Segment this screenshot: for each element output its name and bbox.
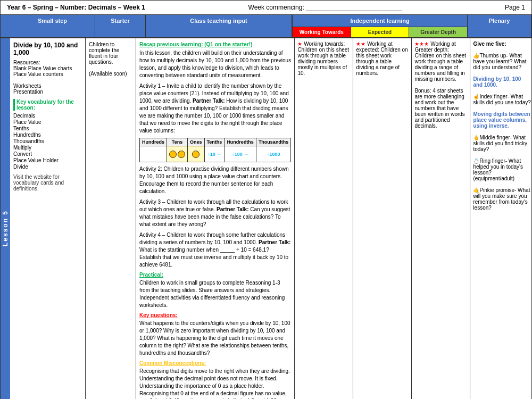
independent-sub-headers: Working Towards Expected Greater Depth (293, 27, 467, 37)
lesson-label-wrapper: Lesson 5 (1, 38, 10, 399)
activity4b-text: What is the starting number when _____ ÷… (139, 247, 288, 268)
resource-2: Place Value counters (13, 71, 63, 77)
small-step-title: Divide by 10, 100 and 1,000 (13, 41, 82, 56)
teaching-column: Recap previous learning: (Q1 on the star… (136, 38, 295, 399)
plenary-intro: Give me five: (473, 41, 506, 47)
vocab-item: Hundredths (13, 132, 82, 138)
arrow-10: ÷10 → (207, 152, 221, 157)
vocab-item: Divide (13, 164, 82, 170)
partner-talk-1: Partner Talk: (193, 98, 225, 104)
sub-header-expected: Expected (351, 27, 410, 37)
place-value-table: Hundreds Tens Ones Tenths Hundredths Tho… (139, 138, 291, 162)
expected-column: ★★ Working at expected: Children on this… (353, 38, 412, 399)
plenary-pinkie: 🤙Pinkie promise- What will you make sure… (473, 187, 530, 211)
page-title: Year 6 – Spring – Number: Decimals – Wee… (7, 4, 145, 11)
column-headers: Small step Starter Class teaching input … (1, 15, 531, 38)
activity4-text: Activity 4 – Children to work through so… (139, 231, 291, 269)
visit-note: Visit the website for vocabulary cards a… (13, 174, 82, 192)
activity1-text: Activity 1 – Invite a child to identify … (139, 82, 291, 135)
key-questions-header: Key questions: (139, 312, 291, 318)
starter-column: Children to complete the fluent in four … (86, 38, 136, 399)
practical-header: Practical: (139, 272, 291, 278)
resources-section: Resources: Blank Place Value charts Plac… (13, 60, 82, 95)
col-header-starter: Starter (95, 15, 146, 37)
page-wrapper: Year 6 – Spring – Number: Decimals – Wee… (0, 0, 532, 399)
plenary-middle: 🖕Middle finger- What skills did you find… (473, 135, 527, 152)
page-header: Year 6 – Spring – Number: Decimals – Wee… (1, 1, 531, 15)
main-content-row: Lesson 5 Divide by 10, 100 and 1,000 Res… (1, 38, 531, 399)
pv-col-ones: Ones (188, 138, 205, 146)
working-stars: ★ (297, 41, 302, 47)
misconceptions-text: Recognising that digits move to the righ… (139, 368, 291, 399)
pv-cell-hundreds (140, 146, 167, 162)
starter-text: Children to complete the fluent in four … (89, 41, 119, 65)
vocab-list: Decimals Place Value Tenths Hundredths T… (13, 113, 82, 170)
recap-header: Recap previous learning: (Q1 on the star… (139, 41, 291, 47)
col-header-plenary: Plenary (468, 15, 531, 37)
pv-cell-tens (167, 146, 188, 162)
col-header-teaching: Class teaching input (146, 15, 292, 37)
plenary-thumb: 👍Thumbs up- What have you learnt? What d… (473, 53, 526, 70)
plenary-index: ☝️Index finger- What skills did you use … (473, 94, 530, 105)
pv-col-tenths: Tenths (204, 138, 225, 146)
vocab-item: Decimals (13, 113, 82, 119)
page-number: Page 1 (505, 4, 525, 11)
vocab-item: Place Value (13, 119, 82, 125)
misconceptions-header: Common Misconceptions: (139, 360, 291, 366)
teaching-intro: In this lesson, the children will build … (139, 49, 291, 79)
vocab-item: Tenths (13, 126, 82, 131)
independent-learning-column: ★ Working towards: Children on this shee… (295, 38, 470, 399)
activity3-text: Activity 3 – Children to work through al… (139, 198, 291, 228)
pv-col-hundreds: Hundreds (140, 138, 167, 146)
plenary-column: Give me five: 👍Thumbs up- What have you … (470, 38, 532, 399)
vocab-item: Multiply (13, 145, 82, 151)
pv-col-tens: Tens (167, 138, 188, 146)
sub-header-working: Working Towards (293, 27, 351, 37)
resource-3: Worksheets (13, 83, 41, 89)
col-header-independent-wrapper: Independent learning Working Towards Exp… (292, 15, 468, 37)
col-header-small-step: Small step (10, 15, 95, 37)
lesson-label: Lesson 5 (2, 210, 9, 246)
vocab-header: Key vocabulary for the lesson: (13, 99, 82, 111)
expected-stars: ★★ (356, 41, 365, 47)
partner-talk-3: Partner Talk: (259, 239, 290, 245)
vocab-item: Thousandths (13, 138, 82, 144)
bonus-text: Bonus: 4 star sheets are more challengin… (414, 88, 465, 129)
small-step-column: Divide by 10, 100 and 1,000 Resources: B… (10, 38, 86, 399)
partner-talk-2: Partner Talk: (217, 206, 248, 212)
plenary-ring: 💍Ring finger- What helped you in today's… (473, 158, 523, 181)
pv-cell-hundredths: ÷100 → (225, 146, 256, 162)
pv-col-hundredths: Hundredths (225, 138, 256, 146)
greater-depth-column: ★★★ Working at Greater depth: Children o… (412, 38, 470, 399)
pv-cell-ones (188, 146, 205, 162)
sub-header-greater: Greater Depth (409, 27, 467, 37)
practical-text: Children to work in small groups to comp… (139, 279, 291, 309)
arrow-100: ÷100 → (232, 152, 248, 157)
pv-col-thousandths: Thousandths (256, 138, 291, 146)
plenary-link2: Moving digits between place value column… (473, 111, 530, 129)
pv-cell-tenths: ÷10 → (204, 146, 225, 162)
place-value-table-wrapper: Hundreds Tens Ones Tenths Hundredths Tho… (139, 138, 291, 162)
col-header-independent: Independent learning (293, 15, 467, 27)
arrow-1000: ÷1000 (267, 152, 280, 157)
plenary-link1: Dividing by 10, 100 and 1000. (473, 76, 521, 88)
starter-available: (Available soon) (89, 71, 127, 77)
resource-4: Presentation (13, 89, 43, 95)
key-questions-text: What happens to the counters/digits when… (139, 320, 291, 357)
working-text: Working towards: Children on this sheet … (297, 41, 349, 76)
working-towards-column: ★ Working towards: Children on this shee… (295, 38, 353, 399)
resources-label: Resources: (13, 60, 40, 65)
greater-text: Working at Greater depth: Children on th… (414, 41, 466, 82)
vocab-item: Place Value Holder (13, 157, 82, 163)
resource-1: Blank Place Value charts (13, 65, 72, 71)
week-commencing: Week commencing: _______________________… (248, 4, 402, 11)
greater-stars: ★★★ (414, 41, 429, 47)
vocab-item: Convert (13, 151, 82, 157)
activity2-text: Activity 2: Children to practise dividin… (139, 165, 291, 195)
pv-cell-thousandths: ÷1000 (256, 146, 291, 162)
